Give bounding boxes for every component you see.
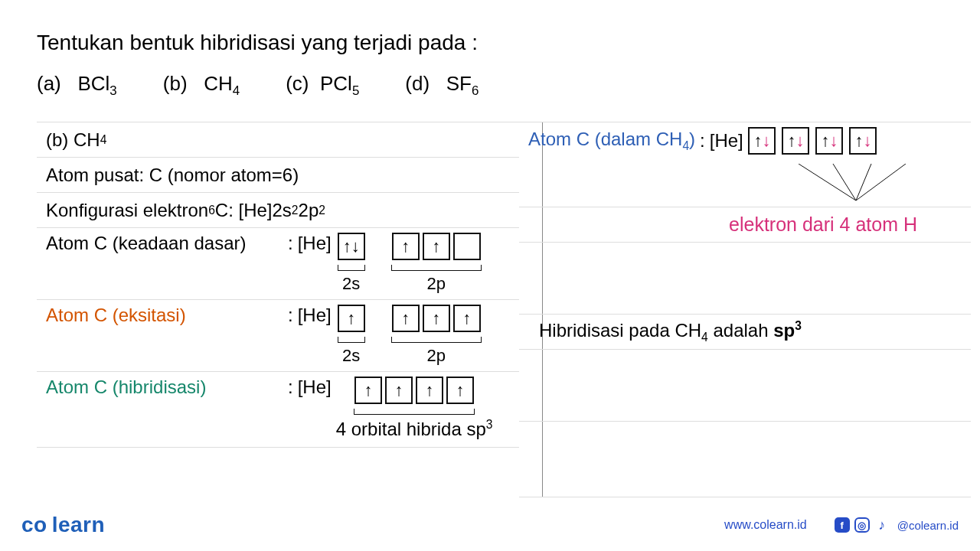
facebook-icon: f bbox=[835, 517, 850, 533]
instagram-icon: ◎ bbox=[854, 517, 870, 533]
selected-answer: (b) CH4 bbox=[37, 122, 519, 157]
tiktok-icon: ♪ bbox=[874, 517, 890, 533]
orbital-box bbox=[453, 233, 481, 260]
orbital-box: ↑↓ bbox=[849, 127, 877, 155]
option-b: (b) CH4 bbox=[163, 72, 240, 99]
question-title: Tentukan bentuk hibridisasi yang terjadi… bbox=[37, 31, 957, 55]
central-atom: Atom pusat: C (nomor atom=6) bbox=[37, 157, 519, 192]
orbital-box: ↑↓ bbox=[815, 127, 843, 155]
orbital-box: ↑ bbox=[385, 377, 413, 404]
hybridization-result: Hibridisasi pada CH4 adalah sp3 bbox=[519, 314, 971, 349]
spacer bbox=[519, 421, 971, 497]
orbital-box: ↑ bbox=[423, 305, 450, 332]
svg-line-1 bbox=[833, 164, 856, 201]
convergence-row bbox=[519, 159, 971, 207]
hybridization-row: Atom C (hibridisasi) : [He] ↑ ↑ ↑ ↑ 4 or bbox=[37, 371, 519, 448]
spacer bbox=[519, 242, 971, 314]
orbital-box: ↑ bbox=[423, 233, 450, 260]
excited-state-row: Atom C (eksitasi) : [He] ↑ 2s ↑ bbox=[37, 299, 519, 371]
orbital-box: ↑ bbox=[453, 305, 481, 332]
orbital-box: ↑ bbox=[338, 305, 365, 332]
orbital-box: ↑ bbox=[392, 233, 420, 260]
orbital-box: ↑↓ bbox=[748, 127, 776, 155]
svg-line-0 bbox=[799, 164, 856, 201]
orbital-box: ↑↓ bbox=[782, 127, 809, 155]
electrons-note: elektron dari 4 atom H bbox=[519, 207, 971, 242]
answer-options: (a) BCl3 (b) CH4 (c) PCl5 (d) SF6 bbox=[37, 72, 957, 99]
website-url: www.colearn.id bbox=[724, 518, 807, 532]
bonded-atom-row: Atom C (dalam CH4) : [He] ↑↓ ↑↓ ↑↓ ↑↓ bbox=[519, 122, 971, 159]
footer: colearn www.colearn.id f ◎ ♪ @colearn.id bbox=[0, 513, 980, 537]
option-a: (a) BCl3 bbox=[37, 72, 117, 99]
option-c: (c) PCl5 bbox=[286, 72, 359, 99]
orbital-box: ↑↓ bbox=[338, 233, 365, 260]
orbital-box: ↑ bbox=[392, 305, 420, 332]
option-d: (d) SF6 bbox=[405, 72, 479, 99]
brand-logo: colearn bbox=[21, 513, 105, 537]
electron-config: Konfigurasi elektron 6 C: [He]2s2 2p2 bbox=[37, 192, 519, 227]
convergence-lines-icon bbox=[787, 164, 925, 202]
orbital-box: ↑ bbox=[416, 377, 443, 404]
social-handle: @colearn.id bbox=[897, 519, 959, 532]
spacer bbox=[519, 349, 971, 421]
ground-state-row: Atom C (keadaan dasar) : [He] ↑↓ 2s ↑ bbox=[37, 227, 519, 299]
orbital-box: ↑ bbox=[354, 377, 382, 404]
orbital-box: ↑ bbox=[446, 377, 474, 404]
